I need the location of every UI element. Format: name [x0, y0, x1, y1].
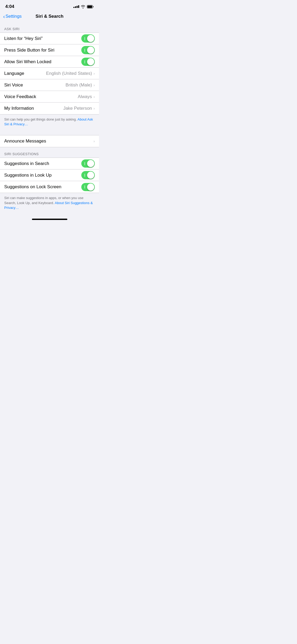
list-item-siri-locked[interactable]: Allow Siri When Locked — [0, 56, 99, 68]
ask-siri-footer-text: Siri can help you get things done just b… — [4, 117, 78, 121]
my-info-value: Jake Peterson — [63, 106, 92, 111]
signal-icon — [73, 5, 79, 8]
siri-suggestions-list: Suggestions in Search Suggestions in Loo… — [0, 158, 99, 193]
list-item-voice-feedback[interactable]: Voice Feedback Always › — [0, 91, 99, 103]
suggestions-search-toggle[interactable] — [81, 159, 95, 168]
ask-siri-section-header: ASK SIRI — [0, 22, 99, 33]
ask-siri-footer: Siri can help you get things done just b… — [0, 114, 99, 131]
status-time: 4:04 — [5, 4, 14, 9]
suggestions-lockscreen-toggle[interactable] — [81, 183, 95, 191]
announce-messages-section: Announce Messages › — [0, 135, 99, 147]
list-item-suggestions-lookup[interactable]: Suggestions in Look Up — [0, 169, 99, 181]
suggestions-lockscreen-label: Suggestions on Lock Screen — [4, 181, 81, 192]
battery-icon — [87, 5, 94, 8]
siri-voice-label: Siri Voice — [4, 80, 65, 91]
list-item-hey-siri[interactable]: Listen for “Hey Siri” — [0, 33, 99, 44]
my-info-label: My Information — [4, 103, 63, 114]
status-bar: 4:04 — [0, 0, 99, 12]
back-chevron-icon: ‹ — [3, 13, 5, 20]
siri-suggestions-section-header: SIRI SUGGESTIONS — [0, 147, 99, 158]
language-label: Language — [4, 68, 46, 79]
toggle-line — [84, 37, 85, 40]
announce-messages-chevron-icon: › — [93, 139, 95, 143]
language-value: English (United States) — [46, 71, 92, 76]
svg-rect-1 — [87, 6, 92, 8]
siri-suggestions-footer: Siri can make suggestions in apps, or wh… — [0, 193, 99, 214]
side-button-label: Press Side Button for Siri — [4, 45, 81, 56]
home-bar — [32, 219, 67, 220]
wifi-icon — [81, 5, 85, 8]
voice-feedback-chevron-icon: › — [93, 95, 95, 99]
list-item-suggestions-search[interactable]: Suggestions in Search — [0, 158, 99, 169]
suggestions-search-label: Suggestions in Search — [4, 158, 81, 169]
list-item-siri-voice[interactable]: Siri Voice British (Male) › — [0, 79, 99, 91]
hey-siri-label: Listen for “Hey Siri” — [4, 33, 81, 44]
hey-siri-toggle[interactable] — [81, 34, 95, 43]
siri-locked-label: Allow Siri When Locked — [4, 56, 81, 67]
suggestions-lookup-toggle[interactable] — [81, 171, 95, 179]
list-item-suggestions-lockscreen[interactable]: Suggestions on Lock Screen — [0, 181, 99, 193]
language-chevron-icon: › — [93, 71, 95, 76]
toggle-line — [84, 185, 85, 188]
siri-voice-chevron-icon: › — [93, 83, 95, 87]
side-button-toggle[interactable] — [81, 46, 95, 54]
back-button[interactable]: ‹ Settings — [3, 13, 22, 20]
nav-bar: ‹ Settings Siri & Search — [0, 12, 99, 22]
voice-feedback-value: Always — [78, 94, 92, 99]
status-icons — [73, 5, 94, 8]
list-item-side-button[interactable]: Press Side Button for Siri — [0, 44, 99, 56]
toggle-line — [84, 60, 85, 63]
my-info-chevron-icon: › — [93, 106, 95, 111]
home-indicator-area — [0, 214, 99, 221]
toggle-line — [84, 162, 85, 165]
suggestions-lookup-label: Suggestions in Look Up — [4, 170, 81, 181]
page-title: Siri & Search — [36, 14, 64, 19]
announce-messages-label: Announce Messages — [4, 136, 93, 147]
list-item-announce-messages[interactable]: Announce Messages › — [0, 135, 99, 147]
back-label: Settings — [6, 14, 22, 19]
list-item-language[interactable]: Language English (United States) › — [0, 68, 99, 79]
list-item-my-info[interactable]: My Information Jake Peterson › — [0, 103, 99, 114]
voice-feedback-label: Voice Feedback — [4, 91, 78, 102]
ask-siri-list: Listen for “Hey Siri” Press Side Button … — [0, 33, 99, 114]
siri-locked-toggle[interactable] — [81, 58, 95, 66]
toggle-line — [84, 174, 85, 177]
toggle-line — [84, 49, 85, 52]
siri-voice-value: British (Male) — [65, 82, 92, 88]
